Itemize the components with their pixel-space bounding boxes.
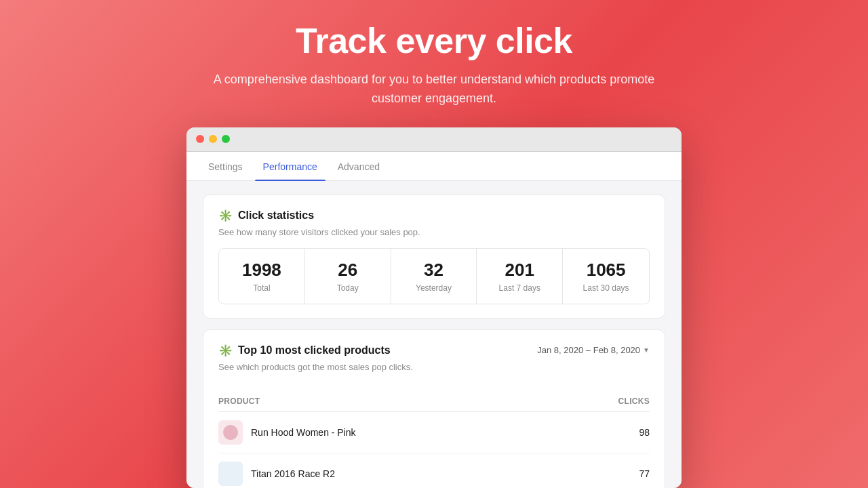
svg-text:👟: 👟 bbox=[225, 469, 237, 481]
window-dot-green[interactable] bbox=[222, 135, 230, 143]
date-range-text: Jan 8, 2020 – Feb 8, 2020 bbox=[537, 345, 640, 355]
stat-7days-label: Last 7 days bbox=[485, 283, 554, 293]
stat-30days-value: 1065 bbox=[571, 260, 641, 281]
product-clicks-0: 98 bbox=[639, 427, 650, 438]
top-products-header: ✳️ Top 10 most clicked products See whic… bbox=[218, 344, 650, 383]
browser-titlebar bbox=[186, 127, 682, 152]
stat-today-label: Today bbox=[313, 283, 382, 293]
stats-grid: 1998 Total 26 Today 32 Yesterday 201 Las… bbox=[218, 248, 650, 304]
hero-title: Track every click bbox=[296, 20, 572, 61]
product-left-1: 👟 Titan 2016 Race R2 bbox=[218, 462, 335, 486]
product-row-1: 👟 Titan 2016 Race R2 77 bbox=[218, 453, 650, 488]
top-products-subtitle: See which products got the most sales po… bbox=[218, 362, 537, 372]
stat-yesterday: 32 Yesterday bbox=[391, 249, 477, 304]
product-thumb-1: 👟 bbox=[218, 462, 243, 486]
click-statistics-card: ✳️ Click statistics See how many store v… bbox=[203, 195, 665, 319]
browser-window: Settings Performance Advanced ✳️ Click s… bbox=[186, 127, 682, 488]
window-dot-yellow[interactable] bbox=[209, 135, 217, 143]
product-thumb-0: 🧥 bbox=[218, 420, 243, 445]
main-content: ✳️ Click statistics See how many store v… bbox=[186, 181, 682, 488]
stat-total-value: 1998 bbox=[227, 260, 296, 281]
tab-performance[interactable]: Performance bbox=[255, 152, 326, 180]
hero-subtitle: A comprehensive dashboard for you to bet… bbox=[203, 70, 665, 108]
top-products-icon: ✳️ bbox=[218, 344, 233, 358]
product-name-1: Titan 2016 Race R2 bbox=[251, 468, 335, 479]
stat-yesterday-value: 32 bbox=[399, 260, 469, 281]
stat-today: 26 Today bbox=[305, 249, 391, 304]
top-products-title: Top 10 most clicked products bbox=[238, 344, 391, 357]
product-left-0: 🧥 Run Hood Women - Pink bbox=[218, 420, 356, 445]
tab-settings[interactable]: Settings bbox=[200, 152, 251, 180]
stat-total-label: Total bbox=[227, 283, 296, 293]
top-products-header-left: ✳️ Top 10 most clicked products See whic… bbox=[218, 344, 537, 383]
click-stats-header: ✳️ Click statistics bbox=[218, 209, 650, 223]
svg-point-0 bbox=[223, 425, 238, 440]
products-table-header: Product Clicks bbox=[218, 392, 650, 412]
stat-7days-value: 201 bbox=[485, 260, 554, 281]
stat-30days: 1065 Last 30 days bbox=[563, 249, 649, 304]
tab-advanced[interactable]: Advanced bbox=[330, 152, 388, 180]
stat-30days-label: Last 30 days bbox=[571, 283, 641, 293]
top-products-card: ✳️ Top 10 most clicked products See whic… bbox=[203, 329, 665, 488]
product-row-0: 🧥 Run Hood Women - Pink 98 bbox=[218, 412, 650, 453]
product-clicks-1: 77 bbox=[639, 468, 650, 479]
column-product-label: Product bbox=[218, 396, 260, 406]
product-name-0: Run Hood Women - Pink bbox=[251, 427, 356, 438]
stat-yesterday-label: Yesterday bbox=[399, 283, 469, 293]
column-clicks-label: Clicks bbox=[618, 396, 650, 406]
click-stats-title: Click statistics bbox=[238, 209, 314, 222]
stat-7days: 201 Last 7 days bbox=[477, 249, 563, 304]
click-stats-icon: ✳️ bbox=[218, 209, 233, 223]
date-range-chevron: ▼ bbox=[643, 346, 650, 354]
tab-bar: Settings Performance Advanced bbox=[186, 152, 682, 181]
stat-total: 1998 Total bbox=[219, 249, 305, 304]
window-dot-red[interactable] bbox=[196, 135, 204, 143]
date-range-selector[interactable]: Jan 8, 2020 – Feb 8, 2020 ▼ bbox=[537, 345, 650, 355]
top-products-title-row: ✳️ Top 10 most clicked products bbox=[218, 344, 537, 358]
stat-today-value: 26 bbox=[313, 260, 382, 281]
click-stats-subtitle: See how many store visitors clicked your… bbox=[218, 227, 650, 237]
